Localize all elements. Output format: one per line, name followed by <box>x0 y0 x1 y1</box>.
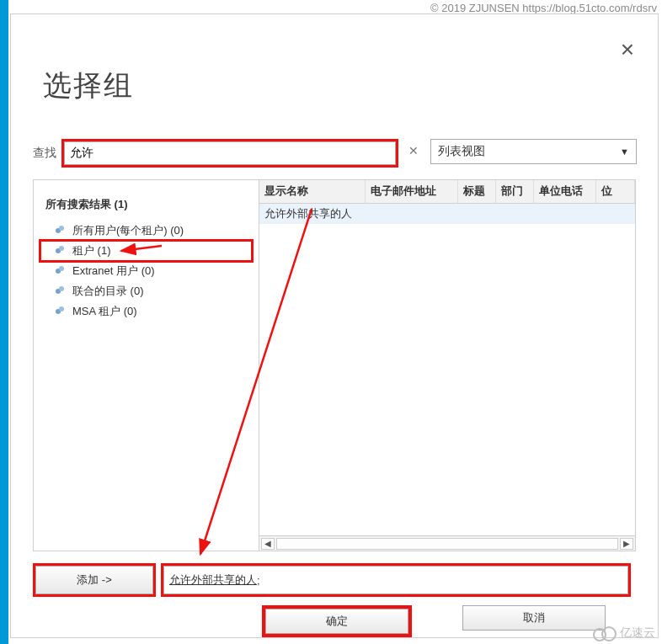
tree-item-label: MSA 租户 (0) <box>72 304 137 319</box>
selected-group-item: 允许外部共享的人 <box>169 572 257 588</box>
watermark-bottom-right: 亿速云 <box>593 625 655 641</box>
cancel-button[interactable]: 取消 <box>462 605 606 631</box>
left-brand-stripe <box>0 0 8 644</box>
add-button[interactable]: 添加 -> <box>35 566 153 594</box>
select-group-dialog: × 选择组 查找 ✕ 列表视图 ▼ 所有搜索结果 (1) 所有用户(每个租户) … <box>10 13 659 638</box>
results-table: 显示名称 电子邮件地址 标题 部门 单位电话 位 允许外部共享的人 ◀ ▶ <box>259 180 635 551</box>
selected-group-sep: ; <box>257 574 260 587</box>
watermark-top: © 2019 ZJUNSEN https://blog.51cto.com/rd… <box>430 2 657 14</box>
tree-item-label: 租户 (1) <box>72 243 111 258</box>
tree-item[interactable]: MSA 租户 (0) <box>40 301 252 322</box>
search-highlight <box>61 139 398 168</box>
table-row[interactable]: 允许外部共享的人 <box>259 204 635 224</box>
table-header: 显示名称 电子邮件地址 标题 部门 单位电话 位 <box>259 180 635 204</box>
search-row: 查找 ✕ <box>33 139 398 168</box>
ok-button[interactable]: 确定 <box>265 609 408 634</box>
table-body: 允许外部共享的人 <box>259 204 635 535</box>
tree-title: 所有搜索结果 (1) <box>45 197 252 212</box>
search-input[interactable] <box>64 141 396 165</box>
tree-item-label: 联合的目录 (0) <box>72 284 144 299</box>
column-header[interactable]: 部门 <box>496 180 534 203</box>
ok-button-highlight: 确定 <box>262 605 412 637</box>
view-select-value: 列表视图 <box>438 144 485 159</box>
search-label: 查找 <box>33 146 56 161</box>
cloud-icon <box>593 626 617 640</box>
clear-icon[interactable]: ✕ <box>408 144 419 157</box>
group-icon <box>54 305 67 318</box>
column-header[interactable]: 显示名称 <box>259 180 366 203</box>
selected-groups-field[interactable]: 允许外部共享的人; <box>163 566 628 594</box>
tree-item[interactable]: Extranet 用户 (0) <box>40 261 252 281</box>
tree-item[interactable]: 所有用户(每个租户) (0) <box>40 221 252 241</box>
close-icon[interactable]: × <box>621 38 634 61</box>
scroll-right-icon[interactable]: ▶ <box>620 538 633 550</box>
column-header[interactable]: 标题 <box>458 180 496 203</box>
search-results-tree: 所有搜索结果 (1) 所有用户(每个租户) (0) 租户 (1) Extrane… <box>34 180 259 551</box>
add-row: 添加 -> 允许外部共享的人; <box>33 563 631 597</box>
chevron-down-icon: ▼ <box>620 146 629 157</box>
group-icon <box>54 264 67 278</box>
column-header[interactable]: 单位电话 <box>534 180 596 203</box>
tree-item[interactable]: 联合的目录 (0) <box>40 281 252 301</box>
dialog-title: 选择组 <box>43 67 134 105</box>
group-icon <box>54 224 67 237</box>
tree-item-label: 所有用户(每个租户) (0) <box>72 223 184 238</box>
scroll-track[interactable] <box>276 538 618 550</box>
add-button-highlight: 添加 -> <box>33 563 156 597</box>
added-box-highlight: 允许外部共享的人; <box>161 563 631 597</box>
dialog-footer: 确定 取消 <box>262 605 606 637</box>
column-header[interactable]: 位 <box>596 180 635 203</box>
scroll-left-icon[interactable]: ◀ <box>261 538 275 550</box>
column-header[interactable]: 电子邮件地址 <box>366 180 458 203</box>
watermark-br-text: 亿速云 <box>620 625 655 641</box>
tree-item-tenant[interactable]: 租户 (1) <box>40 241 252 261</box>
cell-display-name: 允许外部共享的人 <box>259 206 366 221</box>
group-icon <box>54 285 67 298</box>
horizontal-scrollbar[interactable]: ◀ ▶ <box>259 535 635 551</box>
tree-item-label: Extranet 用户 (0) <box>72 263 155 279</box>
view-select[interactable]: 列表视图 ▼ <box>430 139 637 164</box>
content-panel: 所有搜索结果 (1) 所有用户(每个租户) (0) 租户 (1) Extrane… <box>33 179 636 551</box>
group-icon <box>54 244 67 258</box>
